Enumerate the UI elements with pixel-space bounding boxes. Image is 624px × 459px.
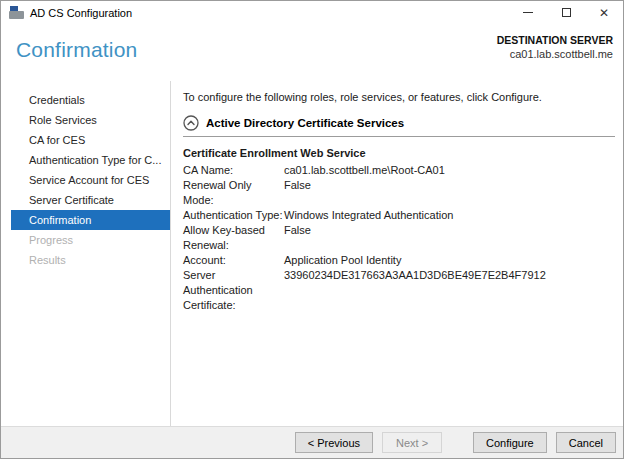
chevron-up-circle-icon[interactable] — [183, 115, 199, 131]
confirmation-pane: To configure the following roles, role s… — [171, 81, 623, 426]
field-value: False — [284, 223, 615, 253]
ces-subsection-title: Certificate Enrollment Web Service — [183, 147, 615, 159]
sidebar-item-service-account[interactable]: Service Account for CES — [11, 170, 170, 190]
sidebar-item-results: Results — [11, 250, 170, 270]
field-value: 33960234DE317663A3AA1D3D6BE49E7E2B4F7912 — [284, 268, 615, 313]
sidebar-item-confirmation[interactable]: Confirmation — [11, 210, 170, 230]
next-button: Next > — [382, 432, 442, 453]
maximize-button[interactable] — [547, 1, 585, 24]
minimize-button[interactable] — [509, 1, 547, 24]
field-value: ca01.lab.scottbell.me\Root-CA01 — [284, 163, 615, 178]
section-divider — [183, 136, 615, 137]
intro-text: To configure the following roles, role s… — [183, 91, 615, 103]
field-label: Account: — [183, 253, 284, 268]
sidebar-item-server-certificate[interactable]: Server Certificate — [11, 190, 170, 210]
close-button[interactable]: ✕ — [585, 1, 623, 24]
previous-button[interactable]: < Previous — [295, 432, 373, 453]
adcs-section-title: Active Directory Certificate Services — [206, 117, 404, 129]
field-label: Renewal Only Mode: — [183, 178, 284, 208]
destination-server-label: DESTINATION SERVER — [497, 33, 613, 47]
page-title: Confirmation — [16, 38, 137, 62]
field-row-ca-name: CA Name: ca01.lab.scottbell.me\Root-CA01 — [183, 163, 615, 178]
configure-button[interactable]: Configure — [473, 432, 547, 453]
close-icon: ✕ — [599, 7, 609, 19]
field-row-authentication-type: Authentication Type: Windows Integrated … — [183, 208, 615, 223]
field-value: Application Pool Identity — [284, 253, 615, 268]
field-value: False — [284, 178, 615, 208]
cancel-button[interactable]: Cancel — [556, 432, 616, 453]
wizard-steps-nav: Credentials Role Services CA for CES Aut… — [1, 81, 171, 426]
window-title: AD CS Configuration — [30, 7, 132, 19]
field-value: Windows Integrated Authentication — [284, 208, 615, 223]
sidebar-item-credentials[interactable]: Credentials — [11, 90, 170, 110]
sidebar-item-ca-for-ces[interactable]: CA for CES — [11, 130, 170, 150]
title-bar[interactable]: AD CS Configuration ✕ — [1, 1, 623, 24]
field-label: CA Name: — [183, 163, 284, 178]
sidebar-item-authentication-type[interactable]: Authentication Type for C... — [11, 150, 170, 170]
destination-server-block: DESTINATION SERVER ca01.lab.scottbell.me — [497, 33, 613, 61]
field-row-renewal-only-mode: Renewal Only Mode: False — [183, 178, 615, 208]
sidebar-item-role-services[interactable]: Role Services — [11, 110, 170, 130]
maximize-icon — [562, 8, 571, 17]
field-label: Authentication Type: — [183, 208, 284, 223]
adcs-section-header: Active Directory Certificate Services — [183, 115, 615, 131]
wizard-content: Credentials Role Services CA for CES Aut… — [1, 81, 623, 426]
field-label: Server Authentication Certificate: — [183, 268, 284, 313]
minimize-icon — [523, 12, 533, 13]
adcs-configuration-window: AD CS Configuration ✕ Confirmation DESTI… — [0, 0, 624, 459]
field-row-key-based-renewal: Allow Key-based Renewal: False — [183, 223, 615, 253]
sidebar-item-progress: Progress — [11, 230, 170, 250]
wizard-button-bar: < Previous Next > Configure Cancel — [1, 426, 623, 458]
field-row-server-auth-certificate: Server Authentication Certificate: 33960… — [183, 268, 615, 313]
field-row-account: Account: Application Pool Identity — [183, 253, 615, 268]
field-label: Allow Key-based Renewal: — [183, 223, 284, 253]
server-manager-icon — [9, 6, 24, 19]
page-header: Confirmation DESTINATION SERVER ca01.lab… — [1, 24, 623, 81]
destination-server-name: ca01.lab.scottbell.me — [497, 47, 613, 61]
